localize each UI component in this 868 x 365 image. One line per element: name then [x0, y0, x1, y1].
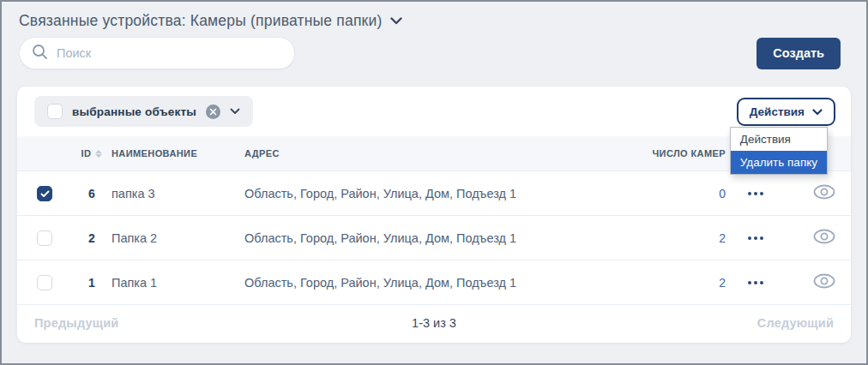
x-icon: [209, 108, 217, 116]
row-menu-button[interactable]: [726, 281, 786, 284]
row-checkbox[interactable]: [37, 186, 52, 201]
table-row: 1 Папка 1 Область, Город, Район, Улица, …: [17, 260, 851, 304]
menu-item-delete-folder[interactable]: Удалить папку: [731, 151, 827, 174]
kebab-icon: [748, 236, 763, 240]
eye-icon: [813, 229, 835, 248]
pagination-prev-button[interactable]: Предыдущий: [34, 316, 301, 330]
cell-id: 1: [72, 276, 112, 290]
create-button[interactable]: Создать: [756, 38, 841, 69]
column-header-id-label: ID: [81, 148, 92, 159]
cell-address: Область, Город, Район, Улица, Дом, Подъе…: [244, 187, 597, 200]
folders-card: выбранные объекты Действия: [17, 87, 851, 343]
column-header-name: НАИМЕНОВАНИЕ: [112, 148, 244, 159]
select-all-checkbox[interactable]: [47, 104, 63, 119]
cell-cameras-count: 2: [597, 276, 726, 290]
pagination-range-label: 1-3 из 3: [301, 316, 568, 330]
menu-item-actions[interactable]: Действия: [731, 128, 827, 151]
check-icon: [40, 186, 50, 201]
chevron-down-icon: [812, 105, 823, 118]
view-button[interactable]: [786, 273, 835, 292]
column-header-id[interactable]: ID: [72, 148, 112, 159]
row-menu-button[interactable]: [726, 192, 786, 195]
kebab-icon: [748, 281, 763, 284]
cell-name: Папка 1: [112, 276, 244, 290]
column-header-cameras: ЧИСЛО КАМЕР: [597, 148, 726, 159]
title-dropdown-toggle[interactable]: [390, 17, 402, 25]
table-row: 2 Папка 2 Область, Город, Район, Улица, …: [17, 215, 851, 260]
cell-name: папка 3: [112, 187, 244, 200]
cell-address: Область, Город, Район, Улица, Дом, Подъе…: [244, 276, 597, 290]
row-checkbox[interactable]: [37, 230, 52, 246]
view-button[interactable]: [786, 184, 835, 203]
selected-objects-label: выбранные объекты: [72, 105, 196, 118]
cell-cameras-count: 2: [597, 231, 726, 245]
kebab-icon: [748, 192, 763, 195]
selected-objects-chip[interactable]: выбранные объекты: [34, 96, 253, 127]
page-title: Связанные устройства: Камеры (приватные …: [19, 12, 382, 30]
cell-cameras-count: 0: [597, 187, 726, 200]
actions-button[interactable]: Действия: [737, 98, 835, 126]
search-input[interactable]: [57, 46, 282, 60]
row-checkbox[interactable]: [37, 275, 52, 290]
actions-dropdown: Действия Действия Удалить папку: [737, 98, 835, 126]
eye-icon: [813, 273, 835, 292]
eye-icon: [813, 184, 835, 203]
sort-icon: [95, 150, 102, 158]
clear-selection-button[interactable]: [206, 105, 220, 119]
search-box[interactable]: [19, 37, 295, 69]
page-header: Связанные устройства: Камеры (приватные …: [2, 2, 866, 30]
actions-menu: Действия Удалить папку: [730, 127, 828, 175]
actions-button-label: Действия: [750, 105, 805, 118]
table-row: 6 папка 3 Область, Город, Район, Улица, …: [17, 171, 851, 215]
selection-bar: выбранные объекты Действия: [17, 87, 851, 136]
view-button[interactable]: [786, 229, 835, 248]
cell-id: 6: [72, 187, 112, 200]
pagination: Предыдущий 1-3 из 3 Следующий: [17, 304, 851, 343]
cell-name: Папка 2: [112, 231, 244, 245]
chevron-down-icon[interactable]: [230, 108, 240, 115]
cell-address: Область, Город, Район, Улица, Дом, Подъе…: [244, 231, 597, 245]
app-window: Связанные устройства: Камеры (приватные …: [0, 0, 868, 365]
chevron-down-icon: [390, 17, 402, 25]
row-menu-button[interactable]: [726, 236, 786, 240]
table-header: ID НАИМЕНОВАНИЕ АДРЕС ЧИСЛО КАМЕР: [17, 136, 851, 171]
pagination-next-button[interactable]: Следующий: [567, 316, 834, 330]
cell-id: 2: [72, 231, 112, 245]
toolbar: Создать: [2, 30, 866, 69]
column-header-address: АДРЕС: [244, 148, 597, 159]
search-icon: [32, 44, 48, 63]
